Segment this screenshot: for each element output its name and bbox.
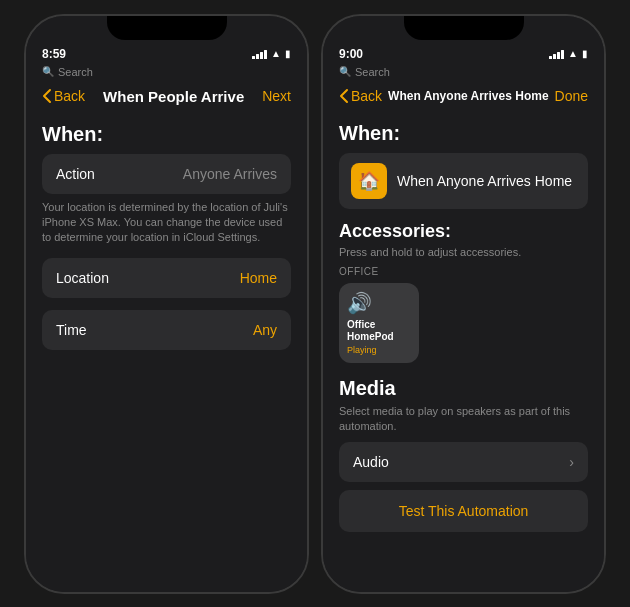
accessory-card[interactable]: 🔊 Office HomePod Playing xyxy=(339,283,419,363)
location-item[interactable]: Location Home xyxy=(42,258,291,298)
time-item[interactable]: Time Any xyxy=(42,310,291,350)
office-label: OFFICE xyxy=(339,266,588,277)
test-automation-button[interactable]: Test This Automation xyxy=(339,490,588,532)
back-button[interactable]: Back xyxy=(339,88,382,104)
content-area: When: Action Anyone Arrives Your locatio… xyxy=(26,111,307,592)
media-subtitle: Select media to play on speakers as part… xyxy=(339,404,588,435)
status-time: 8:59 xyxy=(42,47,66,61)
search-label: Search xyxy=(355,66,390,78)
chevron-right-icon: › xyxy=(569,454,574,470)
action-label: Action xyxy=(56,166,95,182)
search-bar: 🔍 Search xyxy=(42,64,291,80)
info-text: Your location is determined by the locat… xyxy=(42,200,291,246)
when-item-text: When Anyone Arrives Home xyxy=(397,173,572,189)
status-time: 9:00 xyxy=(339,47,363,61)
accessory-status: Playing xyxy=(347,345,377,355)
notch xyxy=(107,16,227,40)
media-title: Media xyxy=(339,377,588,400)
status-bar: 8:59 ▲ ▮ xyxy=(42,44,291,64)
page-title: When Anyone Arrives Home xyxy=(388,89,548,103)
location-label: Location xyxy=(56,270,109,286)
audio-label: Audio xyxy=(353,454,389,470)
accessories-title: Accessories: xyxy=(339,221,588,242)
test-button-label: Test This Automation xyxy=(399,503,529,519)
content-area: When: 🏠 When Anyone Arrives Home Accesso… xyxy=(323,110,604,592)
battery-icon: ▮ xyxy=(285,48,291,59)
location-value: Home xyxy=(240,270,277,286)
page-title: When People Arrive xyxy=(103,88,244,105)
accessory-name: Office HomePod xyxy=(347,319,411,343)
action-value: Anyone Arrives xyxy=(183,166,277,182)
when-section-title: When: xyxy=(339,122,588,145)
left-phone: 8:59 ▲ ▮ 🔍 Search Back When Pe xyxy=(24,14,309,594)
media-section: Media Select media to play on speakers a… xyxy=(339,377,588,533)
status-bar: 9:00 ▲ ▮ xyxy=(339,44,588,64)
homepod-icon: 🔊 xyxy=(347,291,372,315)
nav-bar: Back When People Arrive Next xyxy=(26,84,307,111)
battery-icon: ▮ xyxy=(582,48,588,59)
wifi-icon: ▲ xyxy=(271,48,281,59)
accessories-subtitle: Press and hold to adjust accessories. xyxy=(339,246,588,258)
wifi-icon: ▲ xyxy=(568,48,578,59)
signal-icon xyxy=(252,49,267,59)
home-icon: 🏠 xyxy=(351,163,387,199)
search-bar: 🔍 Search xyxy=(339,64,588,80)
audio-item[interactable]: Audio › xyxy=(339,442,588,482)
status-icons: ▲ ▮ xyxy=(252,48,291,59)
right-phone: 9:00 ▲ ▮ 🔍 Search Back When An xyxy=(321,14,606,594)
back-button[interactable]: Back xyxy=(42,88,85,104)
action-item[interactable]: Action Anyone Arrives xyxy=(42,154,291,194)
notch xyxy=(404,16,524,40)
time-value: Any xyxy=(253,322,277,338)
done-button[interactable]: Done xyxy=(555,88,588,104)
when-section-title: When: xyxy=(42,123,291,146)
time-label: Time xyxy=(56,322,87,338)
status-icons: ▲ ▮ xyxy=(549,48,588,59)
search-label: Search xyxy=(58,66,93,78)
signal-icon xyxy=(549,49,564,59)
nav-bar: Back When Anyone Arrives Home Done xyxy=(323,84,604,110)
when-item: 🏠 When Anyone Arrives Home xyxy=(339,153,588,209)
next-button[interactable]: Next xyxy=(262,88,291,104)
